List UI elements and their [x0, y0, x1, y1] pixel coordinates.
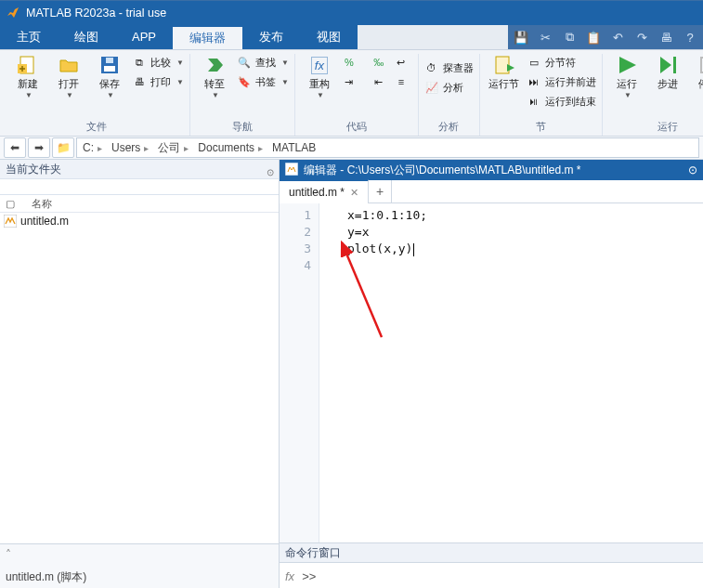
run-button[interactable]: 运行▼	[608, 54, 645, 99]
editor-area: 编辑器 - C:\Users\公司\Documents\MATLAB\untit…	[280, 160, 703, 588]
find-button[interactable]: 🔍查找▼	[237, 54, 289, 71]
folder-up-icon: 📁	[57, 141, 71, 154]
outdent-icon: ⇤	[371, 74, 386, 89]
m-file-icon	[4, 215, 17, 228]
col-name[interactable]: 名称	[26, 195, 58, 212]
current-folder-header: 当前文件夹 ⊙	[0, 160, 279, 179]
step-button[interactable]: 步进	[649, 54, 686, 89]
section-break-button[interactable]: ▭分节符	[527, 54, 596, 71]
tab-plots[interactable]: 绘图	[58, 25, 115, 49]
indent-button[interactable]: ⇥	[342, 73, 368, 90]
open-button[interactable]: 打开▼	[50, 54, 87, 99]
tab-editor[interactable]: 编辑器	[173, 25, 242, 49]
percent2-icon: ‰	[371, 55, 386, 70]
section-break-icon: ▭	[527, 55, 541, 70]
wrap-icon: ↩	[394, 55, 409, 70]
redo-icon[interactable]: ↷	[634, 30, 649, 45]
printer-icon: 🖶	[132, 74, 147, 89]
quick-access-toolbar: 💾 ✂ ⧉ 📋 ↶ ↷ 🖶 ?	[508, 25, 703, 49]
ribbon-group-section: 运行节 ▭分节符 ⏭运行并前进 ⏯运行到结束 节	[480, 54, 603, 136]
doc-tab-label: untitled.m *	[289, 186, 345, 199]
ribbon-group-analyze: ⏱探查器 📈分析 分析	[419, 54, 480, 136]
save-button[interactable]: 保存▼	[91, 54, 128, 99]
refactor-button[interactable]: fx 重构▼	[301, 54, 338, 99]
svg-rect-6	[673, 57, 676, 73]
tab-home[interactable]: 主页	[0, 25, 58, 49]
new-button[interactable]: 新建▼	[9, 54, 46, 99]
list-item[interactable]: untitled.m	[0, 213, 279, 229]
panel-menu-icon[interactable]: ⊙	[267, 163, 274, 182]
tab-view[interactable]: 视图	[300, 25, 358, 49]
format-button[interactable]: ≡	[394, 73, 412, 90]
group-label-code: 代码	[346, 120, 367, 134]
uncomment-button[interactable]: ‰	[371, 54, 390, 71]
col-icon[interactable]: ▢	[0, 195, 26, 212]
crumb-matlab[interactable]: MATLAB	[272, 141, 316, 154]
stop-button[interactable]: 停止	[690, 54, 703, 89]
run-section-icon	[493, 54, 515, 76]
editor-doc-icon	[285, 163, 298, 178]
stop-icon	[697, 54, 703, 76]
run-to-end-icon: ⏯	[527, 94, 541, 109]
cut-icon[interactable]: ✂	[538, 30, 553, 45]
new-file-icon	[17, 54, 39, 76]
compare-button[interactable]: ⧉比较▼	[132, 54, 184, 71]
analyze-button[interactable]: 📈分析	[424, 79, 474, 96]
wrap-button[interactable]: ↩	[394, 54, 412, 71]
tab-publish[interactable]: 发布	[242, 25, 300, 49]
code-editor[interactable]: 1 2 3 4 x=1:0.1:10; y=x plot(x,y)	[280, 203, 703, 542]
goto-button[interactable]: 转至▼	[196, 54, 233, 99]
code-line[interactable]: plot(x,y)	[347, 241, 703, 257]
command-window[interactable]: fx >>	[280, 562, 703, 588]
document-tabs: untitled.m * ✕ +	[280, 180, 703, 203]
bookmark-button[interactable]: 🔖书签▼	[237, 73, 289, 90]
group-label-section: 节	[536, 120, 546, 134]
text-cursor	[413, 243, 414, 256]
print-icon[interactable]: 🖶	[658, 30, 673, 45]
close-tab-icon[interactable]: ✕	[350, 187, 358, 199]
panel-menu-icon[interactable]: ⊙	[688, 163, 697, 176]
detail-collapse-icon[interactable]: ˄	[6, 548, 11, 561]
code-area[interactable]: x=1:0.1:10; y=x plot(x,y)	[319, 203, 703, 542]
save-icon[interactable]: 💾	[514, 30, 528, 45]
play-icon	[616, 54, 638, 76]
line-gutter: 1 2 3 4	[280, 203, 319, 542]
detail-content: untitled.m (脚本)	[0, 565, 279, 588]
doc-tab[interactable]: untitled.m * ✕	[280, 179, 369, 203]
crumb-company[interactable]: 公司▸	[158, 140, 192, 156]
undo-icon[interactable]: ↶	[610, 30, 625, 45]
profiler-button[interactable]: ⏱探查器	[424, 59, 474, 76]
run-advance-button[interactable]: ⏭运行并前进	[527, 73, 596, 90]
paste-icon[interactable]: 📋	[586, 30, 601, 45]
code-line[interactable]: y=x	[347, 224, 703, 241]
folder-tree-strip	[0, 179, 279, 195]
new-tab-button[interactable]: +	[369, 180, 392, 203]
save-disk-icon	[98, 54, 121, 76]
code-line[interactable]: x=1:0.1:10;	[347, 207, 703, 224]
bookmark-icon: 🔖	[237, 74, 252, 89]
nav-back-button[interactable]: ⬅	[4, 137, 26, 158]
nav-up-button[interactable]: 📁	[52, 137, 74, 158]
command-window-header: 命令行窗口	[280, 542, 703, 562]
group-label-run: 运行	[657, 120, 678, 134]
file-list-header: ▢ 名称	[0, 195, 279, 213]
file-list: ▢ 名称 untitled.m	[0, 195, 279, 543]
print-button[interactable]: 🖶打印▼	[132, 73, 184, 90]
group-label-analyze: 分析	[438, 120, 459, 134]
run-to-end-button[interactable]: ⏯运行到结束	[527, 93, 596, 110]
copy-icon[interactable]: ⧉	[562, 30, 577, 45]
nav-forward-button[interactable]: ➡	[28, 137, 50, 158]
crumb-documents[interactable]: Documents▸	[198, 141, 267, 154]
help-icon[interactable]: ?	[683, 30, 697, 45]
comment-button[interactable]: %	[342, 54, 368, 71]
command-prompt: >>	[302, 569, 316, 583]
crumb-drive[interactable]: C:▸	[83, 141, 106, 154]
crumb-users[interactable]: Users▸	[111, 141, 152, 154]
breadcrumb[interactable]: C:▸ Users▸ 公司▸ Documents▸ MATLAB	[76, 137, 699, 158]
indent-icon: ⇥	[342, 74, 357, 89]
analyze-icon: 📈	[424, 80, 439, 95]
percent-icon: %	[342, 55, 357, 70]
run-section-button[interactable]: 运行节	[486, 54, 523, 89]
tab-apps[interactable]: APP	[115, 25, 173, 49]
outdent-button[interactable]: ⇤	[371, 73, 390, 90]
